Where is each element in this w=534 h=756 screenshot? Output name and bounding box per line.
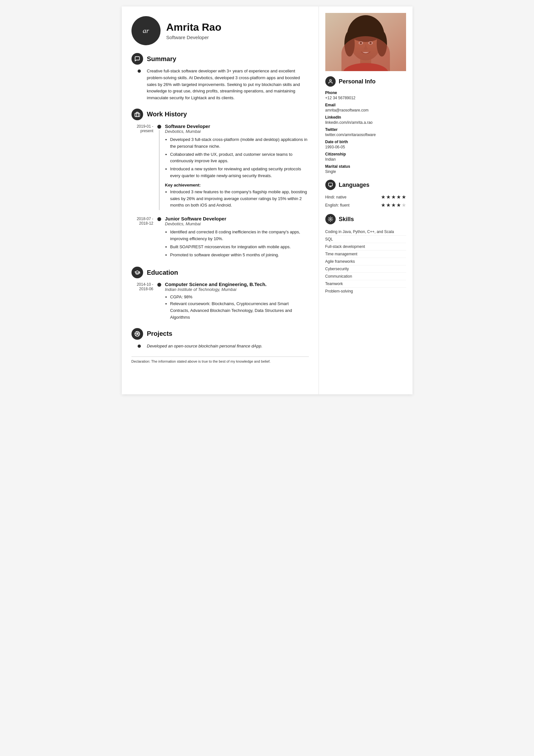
edu-date-1: 2014-10 - 2018-06 [132,282,157,321]
star-0-5: ★ [401,194,406,200]
resume-container: ar Amrita Rao Software Developer Summary… [122,7,413,394]
personal-info-linkedin: LinkedIn linkedin.com/in/amrita.a.rao [325,115,406,125]
edu-bullets-1: CGPA: 98% Relevant coursework: Blockchai… [165,294,309,321]
personal-info-marital: Marital status Single [325,164,406,174]
personal-info-title: Personal Info [325,76,406,87]
work-bullet-1-3: Introduced a new system for reviewing an… [170,166,309,179]
edu-institution-1: Indian Institute of Technology, Mumbai [165,287,309,292]
work-title-1: Software Developer [165,123,309,129]
languages-title: Languages [325,180,406,190]
skill-item-7: Teamwork [325,280,406,288]
projects-icon [132,328,143,340]
edu-content-1: Computer Science and Engineering, B.Tech… [165,282,309,321]
svg-rect-4 [360,55,371,68]
skills-section: Skills Coding in Java, Python, C++, and … [325,214,406,295]
star-1-1: ★ [381,202,385,208]
projects-title: Projects [132,328,309,340]
skill-item-5: Cybersecurity [325,265,406,273]
right-column: Personal Info Phone +12 34 56789012 Emai… [319,7,413,394]
edu-bullet-1-1: CGPA: 98% [170,294,309,301]
skills-title: Skills [325,214,406,224]
project-text-1: Developed an open-source blockchain pers… [147,343,263,350]
job-title: Software Developer [166,35,222,40]
svg-point-13 [369,42,371,44]
svg-point-10 [359,41,363,44]
edu-degree-1: Computer Science and Engineering, B.Tech… [165,282,309,287]
work-icon [132,109,143,120]
work-bullet-1-1: Developed 3 full-stack cross-platform (m… [170,136,309,150]
svg-point-14 [329,79,331,81]
star-1-5: ★ [401,202,406,208]
edu-dot-line-1 [157,282,161,321]
languages-icon [325,180,336,190]
work-bullet-2-2: Built SOAP/REST microservices for integr… [170,244,309,251]
language-name-0: Hindi: native [325,195,354,200]
language-row-0: Hindi: native ★ ★ ★ ★ ★ [325,194,406,200]
work-bullet-1-2: Collaborated with the UX, product, and c… [170,151,309,165]
work-dot-2 [157,217,161,221]
work-dot-line-1 [157,123,161,210]
language-stars-1: ★ ★ ★ ★ ★ [381,202,406,208]
summary-text: Creative full-stack software developer w… [132,68,309,101]
full-name: Amrita Rao [166,21,222,33]
skill-item-3: Time management [325,251,406,258]
star-0-2: ★ [386,194,391,200]
skill-item-4: Agile frameworks [325,258,406,265]
svg-rect-0 [135,113,140,117]
svg-rect-15 [329,183,332,186]
svg-point-7 [349,24,382,42]
summary-title: Summary [132,53,309,65]
svg-point-9 [377,31,387,57]
work-bullet-2-3: Promoted to software developer within 5 … [170,252,309,258]
education-icon [132,267,143,278]
svg-point-12 [360,42,362,44]
personal-info-section: Personal Info Phone +12 34 56789012 Emai… [325,76,406,174]
edu-entry-1: 2014-10 - 2018-06 Computer Science and E… [132,282,309,321]
work-dot-1 [157,125,161,129]
star-0-1: ★ [381,194,385,200]
left-column: ar Amrita Rao Software Developer Summary… [122,7,319,394]
work-date-2: 2018-07 - 2018-12 [132,216,157,259]
key-achievement-bullets-1: Introduced 3 new features to the company… [165,189,309,209]
personal-info-citizenship: Citizenship Indian [325,152,406,162]
work-dot-line-2 [157,216,161,259]
star-0-4: ★ [396,194,401,200]
work-bullet-2-1: Identified and corrected 8 coding ineffi… [170,229,309,242]
work-company-2: Devbotics, Mumbai [165,221,309,226]
language-stars-0: ★ ★ ★ ★ ★ [381,194,406,200]
profile-photo [325,13,406,71]
avatar: ar [132,16,161,45]
skills-icon [325,214,336,224]
skill-item-1: SQL [325,236,406,243]
declaration: Declaration: The information stated abov… [132,357,309,363]
work-title-2: Junior Software Developer [165,216,309,221]
resume-header: ar Amrita Rao Software Developer [132,16,309,45]
work-bullets-1: Developed 3 full-stack cross-platform (m… [165,136,309,179]
edu-bullet-1-2: Relevant coursework: Blockchains, Crypto… [170,301,309,321]
svg-point-8 [344,31,355,57]
star-1-2: ★ [386,202,391,208]
personal-info-icon [325,76,336,87]
summary-icon [132,53,143,65]
key-achievement-label-1: Key achievement: [165,183,309,187]
personal-info-twitter: Twitter twitter.com/amritaraosoftware [325,127,406,137]
personal-info-email: Email amrita@raosoftware.com [325,103,406,113]
skill-item-0: Coding in Java, Python, C++, and Scala [325,228,406,236]
project-entry-1: Developed an open-source blockchain pers… [132,343,309,350]
projects-section: Projects Developed an open-source blockc… [132,328,309,350]
work-content-2: Junior Software Developer Devbotics, Mum… [165,216,309,259]
edu-dot-1 [157,283,161,287]
work-entry-2: 2018-07 - 2018-12 Junior Software Develo… [132,216,309,259]
svg-point-16 [330,219,331,220]
skill-item-8: Problem-solving [325,288,406,295]
summary-section: Summary Creative full-stack software dev… [132,53,309,101]
star-0-3: ★ [391,194,396,200]
skill-item-6: Communication [325,273,406,280]
star-1-4: ★ [396,202,401,208]
key-achievement-text-1: Introduced 3 new features to the company… [170,189,309,209]
work-entry-1: 2019-01 - present Software Developer Dev… [132,123,309,210]
avatar-initials: ar [143,26,149,35]
work-content-1: Software Developer Devbotics, Mumbai Dev… [165,123,309,210]
svg-point-5 [343,63,388,71]
language-row-1: English: fluent ★ ★ ★ ★ ★ [325,202,406,208]
